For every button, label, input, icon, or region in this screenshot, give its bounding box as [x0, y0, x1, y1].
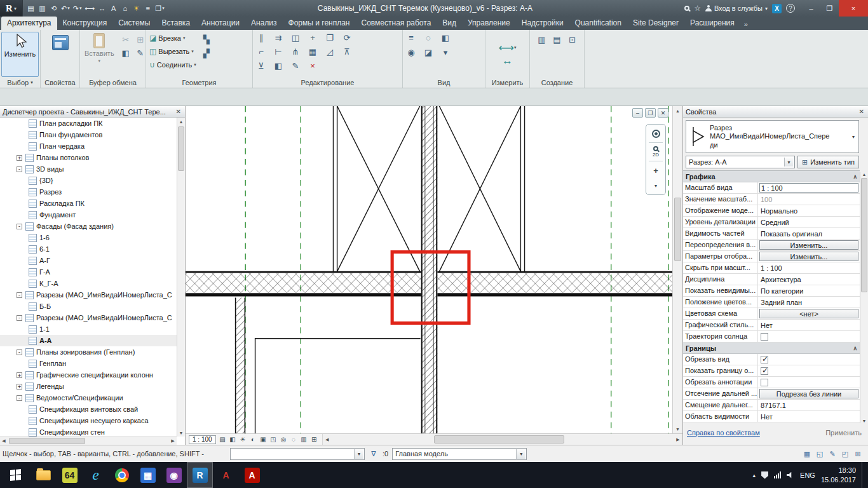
exchange-apps-icon[interactable]: X — [772, 4, 782, 13]
property-row[interactable]: Дисциплина Архитектура — [683, 274, 860, 285]
property-row[interactable]: Показать невидимы... По категории — [683, 285, 860, 297]
edit-type-button[interactable]: ⊞ Изменить тип — [797, 156, 859, 168]
edit-tool-icon[interactable]: ▦ — [306, 45, 320, 58]
panel-caption-create[interactable]: Создание — [530, 77, 584, 88]
property-value[interactable] — [758, 331, 860, 342]
property-group-header[interactable]: Границы — [683, 342, 860, 354]
search-icon[interactable] — [684, 6, 689, 11]
property-value[interactable]: Средний — [758, 217, 860, 227]
view-window-button[interactable]: – — [632, 108, 643, 118]
show-desktop-button[interactable] — [862, 462, 866, 488]
property-row[interactable]: Область видимости Нет — [683, 411, 860, 423]
taskbar-app[interactable] — [31, 462, 57, 488]
geometry-tool[interactable]: ◪Врезка▾ — [148, 32, 198, 44]
scroll-left-icon[interactable]: ◀ — [0, 438, 8, 444]
window-button[interactable]: × — [839, 0, 868, 17]
taskbar-app[interactable] — [109, 462, 135, 488]
element-filter-combobox[interactable]: Разрез: А-А — [686, 156, 795, 168]
steering-wheel-icon[interactable] — [646, 127, 665, 140]
edit-tool-icon[interactable]: ⊻ — [254, 59, 268, 72]
property-value[interactable]: 1 : 100 — [758, 182, 860, 193]
ribbon-tab[interactable]: Вставка — [156, 17, 196, 30]
view-control-icon[interactable]: ▤ — [218, 435, 227, 444]
qat-icon[interactable]: ⌂ — [119, 3, 130, 14]
property-row[interactable]: Масштаб вида 1 : 100 — [683, 182, 860, 194]
property-row[interactable]: Переопределения в... Изменить... — [683, 240, 860, 251]
qat-icon[interactable]: ≡ — [142, 3, 153, 14]
properties-header[interactable]: Свойства ✕ — [683, 106, 868, 118]
qat-icon[interactable]: ☀ — [131, 3, 142, 14]
volume-icon[interactable] — [787, 472, 794, 478]
tree-item[interactable]: План фундаментов — [0, 129, 177, 140]
property-row[interactable]: Показать границу о... — [683, 365, 860, 377]
property-value[interactable] — [758, 354, 860, 365]
property-value[interactable]: Нет — [758, 411, 860, 422]
tree-item[interactable]: План чердака — [0, 140, 177, 152]
tree-item[interactable]: - Разрезы (МАО_ИмяВидаИНомерЛиста_С — [0, 289, 177, 301]
property-row[interactable]: Значение масштаб... 100 — [683, 194, 860, 205]
properties-palette-button[interactable] — [50, 34, 71, 51]
browser-vertical-scrollbar[interactable]: ▲ ▼ — [177, 118, 185, 437]
property-checkbox[interactable] — [761, 356, 768, 363]
ribbon-tab[interactable]: Управление — [462, 17, 516, 30]
property-row[interactable]: Положение цветов... Задний план — [683, 297, 860, 308]
tree-item[interactable]: Фундамент — [0, 209, 177, 220]
ribbon-tab[interactable]: Архитектура — [1, 17, 57, 30]
language-indicator[interactable]: ENG — [800, 471, 815, 479]
view-tool-icon[interactable]: ≡ — [404, 31, 418, 44]
view-control-icon[interactable]: ▥ — [299, 435, 309, 444]
property-row[interactable]: Отсечение дальней ... Подрезка без линии — [683, 388, 860, 400]
tree-item[interactable]: + Легенды — [0, 381, 177, 392]
property-row[interactable]: Отображение моде... Нормально — [683, 205, 860, 217]
tree-item[interactable]: План раскладки ПК — [0, 118, 177, 129]
start-button[interactable] — [0, 462, 31, 488]
scroll-down-icon[interactable]: ▼ — [862, 419, 867, 423]
scroll-down-icon[interactable]: ▼ — [179, 429, 184, 437]
property-checkbox[interactable] — [761, 379, 768, 386]
taskbar-app[interactable]: ◉ — [161, 462, 187, 488]
property-row[interactable]: Графический стиль... Нет — [683, 320, 860, 331]
measure-tool-icon[interactable]: ↔ — [501, 55, 515, 67]
tree-item[interactable]: {3D} — [0, 175, 177, 186]
browser-horizontal-scrollbar[interactable]: ◀ ▶ — [0, 437, 177, 445]
view-control-icon[interactable]: ◎ — [279, 435, 288, 444]
property-value[interactable]: Подрезка без линии — [758, 388, 860, 399]
view-control-icon[interactable]: ▣ — [259, 435, 268, 444]
qat-icon[interactable]: ▤ — [25, 3, 36, 14]
tree-item[interactable]: - Фасады (Фасад здания) — [0, 220, 177, 232]
scroll-up-icon[interactable]: ▲ — [862, 172, 867, 177]
property-value-button[interactable]: Изменить... — [759, 240, 858, 250]
property-value[interactable]: Изменить... — [758, 240, 860, 250]
property-row[interactable]: Смещение дальнег... 87167.1 — [683, 400, 860, 411]
workset-selector[interactable] — [230, 448, 365, 460]
tree-item[interactable]: К_Г-А — [0, 278, 177, 289]
status-tool-icon[interactable]: ◰ — [840, 449, 850, 459]
tree-item[interactable]: Раскладка ПК — [0, 198, 177, 209]
scroll-up-icon[interactable]: ▲ — [179, 118, 184, 125]
favorites-icon[interactable]: ☆ — [694, 4, 701, 13]
clipboard-tool-icon[interactable]: ⊞ — [133, 33, 147, 46]
measure-tool-icon[interactable]: ⟷▾ — [501, 41, 515, 54]
status-tool-icon[interactable]: ▦ — [802, 449, 812, 459]
property-group-header[interactable]: Графика — [683, 171, 860, 182]
property-checkbox[interactable] — [761, 333, 768, 341]
hidden-icons-button[interactable]: ▴ — [753, 472, 756, 478]
panel-caption-properties[interactable]: Свойства — [41, 77, 79, 88]
tree-expander-icon[interactable]: - — [17, 315, 22, 321]
notification-icon[interactable] — [761, 471, 768, 479]
tree-expander-icon[interactable]: + — [17, 372, 22, 378]
clipboard-tool-icon[interactable]: ✂ — [119, 33, 133, 46]
ribbon-tab[interactable]: Конструкция — [57, 17, 113, 30]
tree-expander-icon[interactable]: - — [17, 292, 22, 298]
panel-caption-edit[interactable]: Редактирование — [253, 77, 402, 88]
property-value-button[interactable]: Изменить... — [759, 252, 858, 261]
ribbon-tab[interactable]: Системы — [112, 17, 156, 30]
geometry-extra-icon[interactable]: ▚ — [200, 33, 214, 46]
edit-tool-icon[interactable]: ⌐ — [254, 45, 268, 58]
status-tool-icon[interactable]: ⊞ — [853, 449, 863, 459]
clipboard-tool-icon[interactable]: ✎ — [133, 46, 147, 59]
panel-caption-measure[interactable]: Измерить — [485, 77, 529, 88]
panel-caption-geometry[interactable]: Геометрия — [146, 77, 252, 88]
network-icon[interactable] — [774, 471, 781, 478]
view-control-icon[interactable]: ◌ — [289, 435, 299, 444]
